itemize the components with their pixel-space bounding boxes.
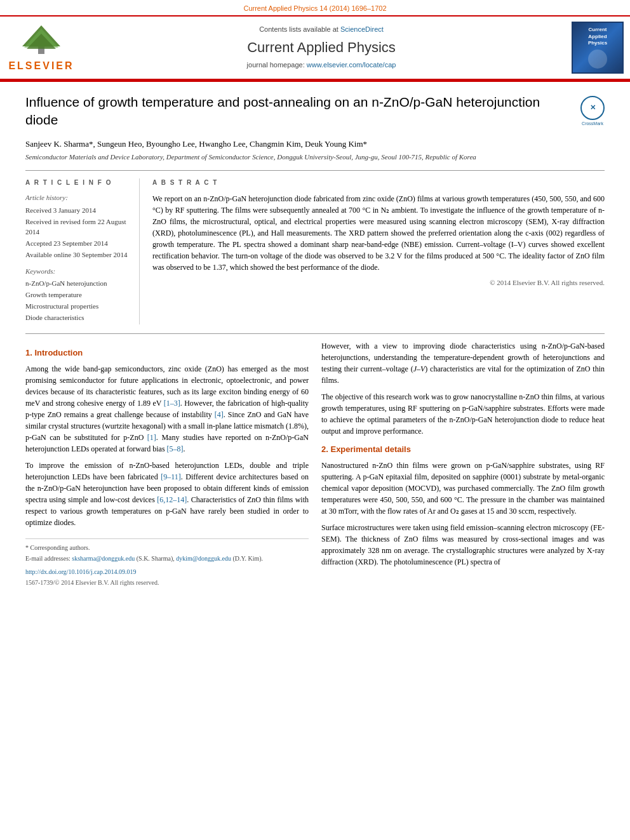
experimental-para-2: Surface microstructures were taken using… [321, 522, 605, 568]
journal-logo-box: Current Applied Physics [572, 22, 624, 74]
affiliation-line: Semiconductor Materials and Device Labor… [25, 152, 605, 163]
accepted-date: Accepted 23 September 2014 [25, 239, 130, 249]
article-info-column: A R T I C L E I N F O Article history: R… [25, 178, 140, 324]
experimental-para-1: Nanostructured n-ZnO thin films were gro… [321, 460, 605, 517]
keyword-2: Growth temperature [25, 290, 130, 300]
elsevier-tree-icon [13, 22, 70, 57]
section-divider [25, 333, 605, 334]
intro-heading: 1. Introduction [25, 347, 309, 359]
ref-9-11-link[interactable]: [9–11] [161, 472, 181, 481]
keyword-1: n-ZnO/p-GaN heterojunction [25, 279, 130, 289]
authors-line: Sanjeev K. Sharma*, Sungeun Heo, Byoungh… [25, 138, 605, 150]
article-info-abstract-section: A R T I C L E I N F O Article history: R… [25, 170, 605, 324]
email-line: E-mail addresses: sksharma@dongguk.edu (… [25, 554, 309, 563]
ref-5-8-link[interactable]: [5–8] [167, 444, 184, 453]
body-content: 1. Introduction Among the wide band-gap … [25, 340, 605, 589]
body-right-column: However, with a view to improving diode … [321, 340, 605, 589]
footnotes: * Corresponding authors. E-mail addresse… [25, 538, 309, 587]
title-row: Influence of growth temperature and post… [25, 93, 605, 138]
logo-line-3: Physics [588, 40, 607, 46]
ref-4-link[interactable]: [4] [215, 410, 224, 419]
intro-para-1: Among the wide band-gap semiconductors, … [25, 363, 309, 455]
article-title: Influence of growth temperature and post… [25, 93, 574, 130]
history-label: Article history: [25, 193, 130, 203]
keyword-3: Microstructural properties [25, 302, 130, 312]
crossmark-badge[interactable]: ✕ CrossMark [580, 96, 605, 127]
issn-line: 1567-1739/© 2014 Elsevier B.V. All right… [25, 578, 309, 587]
intro-right-para-1: However, with a view to improving diode … [321, 340, 605, 386]
elsevier-logo-area: ELSEVIER [6, 22, 76, 73]
journal-header-center: Contents lists available at ScienceDirec… [76, 25, 566, 70]
keywords-label: Keywords: [25, 267, 130, 277]
homepage-link[interactable]: www.elsevier.com/locate/cap [307, 61, 396, 69]
science-direct-link[interactable]: ScienceDirect [340, 25, 384, 33]
contents-line: Contents lists available at ScienceDirec… [76, 25, 566, 35]
ref-1-3-link[interactable]: [1–3] [164, 399, 180, 408]
received-date: Received 3 January 2014 [25, 206, 130, 216]
available-date: Available online 30 September 2014 [25, 250, 130, 260]
logo-line-2: Applied [588, 34, 607, 40]
ref-6-14-link[interactable]: [6,12–14] [157, 495, 187, 504]
journal-header: ELSEVIER Contents lists available at Sci… [0, 15, 630, 80]
copyright-line: © 2014 Elsevier B.V. All rights reserved… [152, 278, 605, 288]
abstract-text: We report on an n-ZnO/p-GaN heterojuncti… [152, 193, 605, 273]
journal-name: Current Applied Physics [76, 37, 566, 58]
keyword-4: Diode characteristics [25, 313, 130, 323]
intro-right-para-2: The objective of this research work was … [321, 391, 605, 437]
revised-date: Received in revised form 22 August 2014 [25, 217, 130, 237]
ref-1-link[interactable]: [1] [147, 433, 156, 442]
email-2-link[interactable]: dykim@dongguk.edu [176, 555, 231, 562]
intro-para-2: To improve the emission of n-ZnO-based h… [25, 460, 309, 528]
doi-line: http://dx.doi.org/10.1016/j.cap.2014.09.… [25, 567, 309, 577]
experimental-heading: 2. Experimental details [321, 443, 605, 456]
journal-logo-right: Current Applied Physics [566, 22, 624, 74]
logo-line-1: Current [588, 27, 607, 33]
corresponding-note: * Corresponding authors. [25, 543, 309, 552]
article-main: Influence of growth temperature and post… [0, 82, 630, 600]
journal-citation-bar: Current Applied Physics 14 (2014) 1696–1… [0, 0, 630, 15]
crossmark-icon: ✕ [580, 96, 605, 120]
elsevier-wordmark: ELSEVIER [8, 58, 74, 73]
article-info-label: A R T I C L E I N F O [25, 178, 130, 188]
homepage-line: journal homepage: www.elsevier.com/locat… [76, 60, 566, 70]
abstract-column: A B S T R A C T We report on an n-ZnO/p-… [152, 178, 605, 324]
journal-citation-text: Current Applied Physics 14 (2014) 1696–1… [243, 4, 386, 12]
abstract-label: A B S T R A C T [152, 178, 605, 188]
body-left-column: 1. Introduction Among the wide band-gap … [25, 340, 309, 589]
email-1-link[interactable]: sksharma@dongguk.edu [72, 555, 135, 562]
doi-link[interactable]: http://dx.doi.org/10.1016/j.cap.2014.09.… [25, 568, 137, 575]
